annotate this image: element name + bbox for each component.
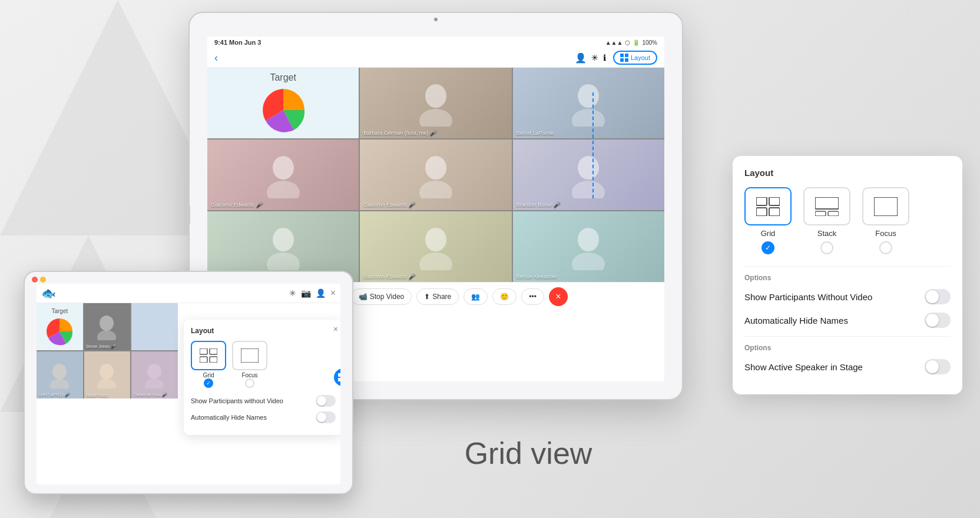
svg-point-10 bbox=[267, 181, 300, 198]
layout-panel-main: Layout Grid ✓ bbox=[733, 156, 962, 394]
svg-point-16 bbox=[267, 253, 300, 270]
svg-point-8 bbox=[572, 109, 605, 127]
layout-stack-box[interactable] bbox=[803, 187, 850, 225]
svg-rect-26 bbox=[815, 211, 826, 216]
participant-label: Giacomo Edwards 🎤 bbox=[211, 202, 263, 208]
svg-point-30 bbox=[100, 316, 114, 331]
layout-option-focus[interactable]: Focus bbox=[862, 187, 909, 254]
participant-label: Benoit LaPointe bbox=[517, 130, 554, 136]
small-focus-option[interactable]: Focus bbox=[232, 341, 267, 388]
small-show-participants-row: Show Participants without Video bbox=[191, 395, 336, 407]
participants-button[interactable]: 👥 bbox=[463, 288, 488, 305]
small-focus-icon bbox=[241, 348, 259, 363]
focus-label: Focus bbox=[875, 229, 896, 238]
svg-rect-38 bbox=[200, 348, 207, 354]
battery-icon: 🔋 bbox=[633, 39, 640, 46]
status-icons: ▲▲▲ ⬡ 🔋 100% bbox=[605, 39, 657, 46]
layout-button[interactable]: Layout bbox=[613, 51, 657, 65]
avatar-icon: 👤 bbox=[575, 52, 587, 64]
ipad-small: 🐟 ✳ 📷 👤 × Target bbox=[24, 271, 353, 494]
focus-radio[interactable] bbox=[879, 241, 892, 254]
reactions-button[interactable]: 🙂 bbox=[492, 288, 517, 305]
catherine-face bbox=[144, 362, 165, 388]
layout-options: Grid ✓ Stack Focus bbox=[744, 187, 951, 254]
small-focus-box[interactable] bbox=[232, 341, 267, 370]
auto-hide-names-toggle[interactable] bbox=[925, 313, 951, 328]
svg-point-19 bbox=[578, 228, 599, 251]
participant-face bbox=[513, 68, 664, 138]
small-pie-cell: Target bbox=[37, 303, 83, 350]
toggle-knob bbox=[926, 290, 939, 303]
svg-rect-27 bbox=[828, 211, 839, 216]
small-bluetooth-icon: ✳ bbox=[289, 288, 296, 298]
small-panel-close[interactable]: × bbox=[333, 324, 338, 334]
svg-point-5 bbox=[425, 84, 446, 108]
options-section-label: Options bbox=[744, 274, 951, 282]
video-cell-bessie: Bessie Alexander bbox=[513, 211, 664, 282]
wifi-icon: ⬡ bbox=[625, 39, 630, 46]
small-content: Target bbox=[37, 303, 340, 399]
info-icon: ℹ bbox=[603, 53, 606, 62]
more-button[interactable]: ••• bbox=[521, 288, 544, 305]
mic-icon: 🎤 bbox=[554, 202, 560, 208]
options-section-label-2: Options bbox=[744, 344, 951, 352]
video-cell-giacomo1: Giacomo Edwards 🎤 bbox=[207, 140, 359, 210]
checkmark-icon: ✓ bbox=[765, 244, 771, 252]
back-button[interactable]: ‹ bbox=[214, 52, 218, 64]
group-label: SHN7-APR15 🎤 bbox=[38, 393, 70, 397]
toggle-knob bbox=[926, 314, 939, 327]
svg-point-37 bbox=[145, 378, 164, 388]
video-cell-giacomo3: Giacomo Edwards 🎤 bbox=[360, 211, 511, 282]
signal-icon: ▲▲▲ bbox=[605, 39, 623, 46]
stack-radio[interactable] bbox=[820, 241, 833, 254]
face-svg bbox=[418, 151, 453, 198]
share-button[interactable]: ⬆ Share bbox=[416, 288, 459, 305]
small-empty-cell bbox=[131, 303, 178, 350]
stop-video-button[interactable]: 📹 Stop Video bbox=[351, 288, 412, 305]
grid-selected-indicator: ✓ bbox=[762, 241, 774, 254]
layout-focus-box[interactable] bbox=[862, 187, 909, 225]
participant-face bbox=[360, 68, 511, 138]
show-active-speaker-toggle[interactable] bbox=[925, 359, 951, 374]
layout-grid-box[interactable] bbox=[744, 187, 792, 225]
small-people-icon: 👤 bbox=[316, 288, 326, 298]
show-participants-toggle[interactable] bbox=[925, 289, 951, 304]
small-focus-radio[interactable] bbox=[245, 378, 254, 388]
minimize-dot[interactable] bbox=[40, 277, 46, 283]
small-grid-box[interactable] bbox=[191, 341, 226, 370]
small-simon-cell: Simon Jones 🎤 bbox=[84, 303, 131, 350]
small-close-button[interactable]: × bbox=[330, 288, 336, 298]
layout-option-grid[interactable]: Grid ✓ bbox=[744, 187, 792, 254]
face-svg bbox=[418, 79, 453, 127]
svg-point-14 bbox=[572, 181, 605, 198]
svg-rect-45 bbox=[338, 378, 340, 381]
simon-label: Simon Jones 🎤 bbox=[86, 344, 116, 349]
layout-icon bbox=[620, 54, 628, 62]
show-active-speaker-label: Show Active Speaker in Stage bbox=[744, 362, 863, 372]
bluetooth-icon: ✳ bbox=[591, 53, 598, 62]
participant-name: Giacomo Edwards bbox=[363, 274, 407, 280]
close-dot[interactable] bbox=[32, 277, 38, 283]
svg-rect-41 bbox=[210, 357, 217, 363]
small-focus-label: Focus bbox=[241, 372, 257, 378]
svg-point-17 bbox=[425, 228, 446, 251]
small-show-participants-toggle[interactable] bbox=[316, 395, 336, 407]
layout-panel-title: Layout bbox=[744, 168, 951, 178]
small-grid-icon bbox=[200, 348, 217, 363]
layout-option-stack[interactable]: Stack bbox=[803, 187, 850, 254]
auto-hide-names-label: Automatically Hide Names bbox=[744, 316, 848, 326]
small-auto-hide-row: Automatically Hide Names bbox=[191, 411, 336, 423]
svg-point-20 bbox=[572, 253, 605, 270]
svg-point-31 bbox=[97, 330, 116, 340]
emoji-icon: 🙂 bbox=[500, 293, 509, 301]
svg-rect-42 bbox=[241, 348, 259, 363]
end-call-button[interactable]: × bbox=[549, 287, 568, 306]
small-auto-hide-toggle[interactable] bbox=[316, 411, 336, 423]
small-camera-icon: 📷 bbox=[301, 288, 311, 298]
layout-btn-label: Layout bbox=[631, 54, 650, 61]
ipad-small-screen: 🐟 ✳ 📷 👤 × Target bbox=[37, 284, 340, 484]
dashed-connector bbox=[592, 92, 594, 198]
small-grid-option[interactable]: Grid ✓ bbox=[191, 341, 226, 388]
svg-point-35 bbox=[97, 378, 116, 388]
participant-face bbox=[360, 211, 511, 282]
